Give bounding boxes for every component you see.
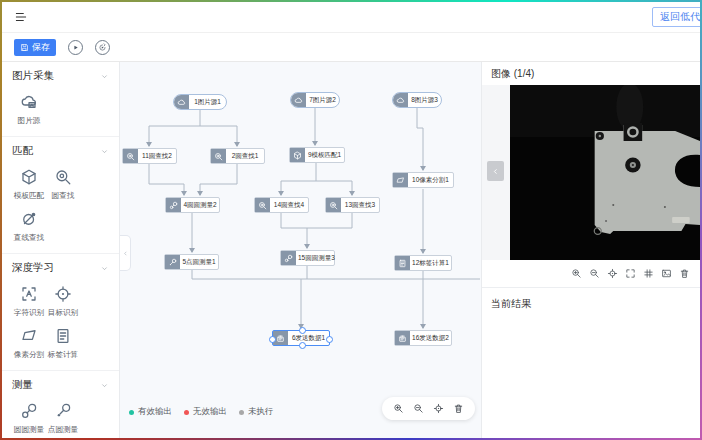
section-title: 匹配 — [12, 144, 33, 158]
selection-handle-left[interactable] — [269, 336, 276, 343]
grid-icon[interactable] — [643, 268, 654, 279]
flow-node-image-source-2[interactable]: 7图片源2 — [290, 92, 340, 108]
trash-icon[interactable] — [453, 403, 464, 414]
node-label: 4圆圆测量2 — [181, 198, 219, 212]
node-label: 13圆查找3 — [341, 198, 379, 212]
flow-node-circle-find-3[interactable]: 13圆查找3 — [325, 197, 380, 213]
item-label: 直线查找 — [14, 232, 44, 242]
gray-dot-icon — [239, 410, 244, 415]
sidebar-item-template-match[interactable]: 模板匹配 — [12, 168, 46, 201]
flow-node-image-source-3[interactable]: 8图片源3 — [392, 92, 442, 108]
sidebar-collapse-tab[interactable] — [120, 235, 131, 271]
selection-handle-right[interactable] — [326, 336, 333, 343]
legend-not-executed: 未执行 — [239, 406, 274, 418]
node-label: 9模板匹配1 — [305, 148, 344, 162]
canvas-zoom-toolbar — [382, 397, 475, 420]
menu-icon[interactable] — [14, 10, 28, 24]
image-viewer — [482, 85, 700, 260]
flow-node-pixel-segment-1[interactable]: 10像素分割1 — [392, 172, 454, 188]
sidebar-item-circle-circle-measure[interactable]: 圆圆测量 — [12, 402, 46, 435]
measure-circle-circle-icon — [166, 198, 181, 212]
zoom-in-icon[interactable] — [393, 403, 404, 414]
sidebar-item-target-detect[interactable]: 目标识别 — [46, 285, 80, 318]
flow-node-send-data-1[interactable]: 6发送数据1 — [272, 330, 330, 346]
flow-node-circle-find-1[interactable]: 2圆查找1 — [210, 148, 265, 164]
node-label: 7图片源2 — [306, 93, 339, 107]
sidebar-item-circle-find[interactable]: 圆查找 — [46, 168, 80, 201]
chevron-down-icon — [100, 147, 109, 156]
replay-icon — [98, 43, 107, 52]
flow-node-template-match-1[interactable]: 9模板匹配1 — [289, 147, 345, 163]
section-header-matching[interactable]: 匹配 — [12, 144, 109, 158]
flow-canvas[interactable]: 1图片源1 7图片源2 8图片源3 11圆查找2 2圆查找1 9模板匹配1 — [120, 62, 481, 438]
image-toolbar — [482, 260, 700, 288]
cube-icon — [290, 148, 305, 162]
segment-icon — [20, 327, 38, 345]
sidebar-item-image-source[interactable]: 图片源 — [12, 93, 46, 126]
doc-icon — [395, 256, 410, 270]
section-header-image-capture[interactable]: 图片采集 — [12, 69, 109, 83]
sidebar-item-line-find[interactable]: 直线查找 — [12, 210, 46, 243]
node-label: 15圆圆测量3 — [296, 251, 337, 265]
flow-node-label-calc-1[interactable]: 12标签计算1 — [394, 255, 452, 271]
chevron-down-icon — [100, 72, 109, 81]
item-label: 像素分割 — [14, 349, 44, 359]
back-to-lowcode-button[interactable]: 返回低代 — [652, 7, 700, 27]
flow-node-point-circle-measure-1[interactable]: 5点圆测量1 — [164, 254, 219, 270]
sidebar-item-label-calc[interactable]: 标签计算 — [46, 327, 80, 360]
chevron-down-icon — [100, 381, 109, 390]
sidebar-item-point-circle-measure[interactable]: 点圆测量 — [46, 402, 80, 435]
save-icon — [20, 43, 29, 52]
cube-icon — [20, 168, 38, 186]
node-label: 2圆查找1 — [226, 149, 264, 163]
selection-handle-bottom[interactable] — [299, 342, 306, 349]
flow-node-circle-find-4[interactable]: 14圆查找4 — [254, 197, 309, 213]
locate-icon[interactable] — [607, 268, 618, 279]
prev-image-button[interactable] — [487, 161, 504, 181]
run-button[interactable] — [68, 40, 83, 55]
fullscreen-icon[interactable] — [625, 268, 636, 279]
zoom-out-icon[interactable] — [589, 268, 600, 279]
section-items: 圆圆测量 点圆测量 点点测量 — [12, 392, 109, 438]
flow-node-circle-find-2[interactable]: 11圆查找2 — [122, 148, 177, 164]
tool-sidebar: 图片采集 图片源 匹配 模板匹配 — [2, 62, 120, 438]
flow-toolbar: 保存 — [2, 33, 700, 62]
section-title: 测量 — [12, 378, 33, 392]
item-label: 目标识别 — [48, 307, 78, 317]
cloud-icon — [174, 95, 189, 109]
inspection-part-image — [510, 85, 700, 260]
section-items: 模板匹配 圆查找 直线查找 — [12, 158, 109, 247]
line-search-icon — [20, 210, 38, 228]
section-header-deep-learning[interactable]: 深度学习 — [12, 261, 109, 275]
section-header-measure[interactable]: 测量 — [12, 378, 109, 392]
image-icon[interactable] — [661, 268, 672, 279]
zoom-out-icon[interactable] — [413, 403, 424, 414]
run-continuous-button[interactable] — [95, 40, 110, 55]
save-label: 保存 — [32, 41, 50, 54]
node-label: 6发送数据1 — [288, 331, 329, 345]
app-frame: 返回低代 保存 图片采集 图片源 — [0, 0, 702, 440]
cloud-icon — [393, 93, 408, 107]
trash-icon[interactable] — [679, 268, 690, 279]
legend-valid-output: 有效输出 — [129, 406, 172, 418]
selection-handle-top[interactable] — [299, 327, 306, 334]
sidebar-item-ocr[interactable]: 字符识别 — [12, 285, 46, 318]
flow-node-send-data-2[interactable]: 16发送数据2 — [394, 330, 452, 346]
flow-node-image-source-1[interactable]: 1图片源1 — [173, 94, 227, 110]
item-label: 标签计算 — [48, 349, 78, 359]
flow-node-circle-circle-measure-3[interactable]: 15圆圆测量3 — [280, 250, 335, 266]
red-dot-icon — [184, 410, 189, 415]
sidebar-item-pixel-segment[interactable]: 像素分割 — [12, 327, 46, 360]
measure-circle-circle-icon — [20, 402, 38, 420]
target-icon — [54, 285, 72, 303]
item-label: 图片源 — [18, 115, 41, 125]
locate-icon[interactable] — [433, 403, 444, 414]
zoom-in-icon[interactable] — [571, 268, 582, 279]
ocr-icon — [20, 285, 38, 303]
flow-node-circle-circle-measure-2[interactable]: 4圆圆测量2 — [165, 197, 220, 213]
circle-search-icon — [54, 168, 72, 186]
item-label: 点圆测量 — [48, 424, 78, 434]
save-button[interactable]: 保存 — [14, 39, 56, 56]
measure-circle-circle-icon — [281, 251, 296, 265]
item-label: 模板匹配 — [14, 190, 44, 200]
